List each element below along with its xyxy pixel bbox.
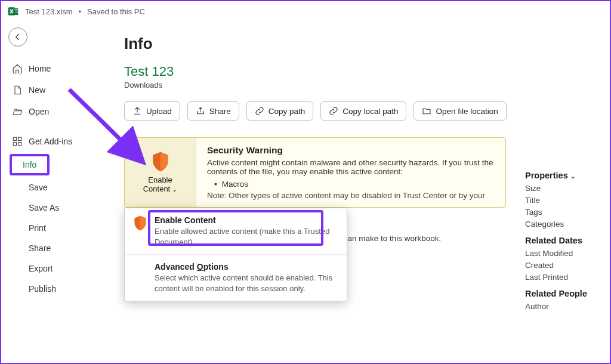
link-icon bbox=[329, 106, 338, 116]
nav-open[interactable]: Open bbox=[6, 101, 93, 122]
copy-path-button[interactable]: Copy path bbox=[246, 101, 314, 121]
arrow-left-icon bbox=[13, 32, 23, 42]
properties-panel: Properties Size Title Tags Categories Re… bbox=[525, 171, 597, 314]
filename-label: Test 123.xlsm bbox=[25, 7, 72, 16]
prop-last-modified: Last Modified bbox=[525, 249, 597, 258]
prop-categories[interactable]: Categories bbox=[525, 220, 597, 229]
related-people-heading: Related People bbox=[525, 289, 597, 298]
related-dates-heading: Related Dates bbox=[525, 236, 597, 245]
security-note: Note: Other types of active content may … bbox=[207, 191, 496, 200]
prop-created: Created bbox=[525, 261, 597, 270]
chevron-down-icon: ⌄ bbox=[170, 186, 177, 193]
backstage-sidebar: Home New Open Get Add-ins Info Save Save… bbox=[1, 21, 98, 363]
popup-advanced-title: Advanced Options bbox=[155, 262, 338, 272]
svg-rect-6 bbox=[13, 143, 16, 146]
nav-home[interactable]: Home bbox=[6, 58, 93, 79]
page-title: Info bbox=[124, 35, 593, 53]
share-button[interactable]: Share bbox=[187, 101, 239, 121]
security-warning-box: Enable Content ⌄ Security Warning Active… bbox=[124, 137, 506, 208]
open-file-location-button[interactable]: Open file location bbox=[413, 101, 506, 121]
security-item-macros: Macros bbox=[214, 180, 496, 189]
upload-button[interactable]: Upload bbox=[124, 101, 180, 121]
nav-save-as[interactable]: Save As bbox=[6, 198, 93, 217]
copy-local-path-button[interactable]: Copy local path bbox=[320, 101, 406, 121]
nav-print[interactable]: Print bbox=[6, 218, 93, 237]
svg-rect-4 bbox=[13, 137, 16, 140]
enable-content-dropdown: Enable Content Enable allowed active con… bbox=[124, 208, 347, 301]
prop-last-printed: Last Printed bbox=[525, 273, 597, 282]
popup-enable-title: Enable Content bbox=[155, 215, 338, 225]
enable-content-button[interactable]: Enable Content ⌄ bbox=[125, 138, 196, 207]
svg-rect-1 bbox=[14, 8, 18, 10]
folder-icon bbox=[422, 106, 431, 116]
shield-icon bbox=[133, 215, 147, 247]
title-bar: Test 123.xlsm • Saved to this PC bbox=[1, 1, 610, 21]
home-icon bbox=[12, 63, 23, 74]
file-title: Test 123 bbox=[124, 64, 593, 79]
nav-get-addins[interactable]: Get Add-ins bbox=[6, 131, 93, 152]
link-icon bbox=[255, 106, 264, 116]
prop-title[interactable]: Title bbox=[525, 196, 597, 205]
popup-advanced-options[interactable]: Advanced Options Select which active con… bbox=[125, 254, 347, 301]
svg-rect-5 bbox=[18, 137, 21, 140]
prop-author: Author bbox=[525, 302, 597, 311]
upload-icon bbox=[132, 106, 142, 116]
svg-rect-7 bbox=[18, 143, 21, 146]
security-warning-heading: Security Warning bbox=[207, 145, 496, 156]
shield-icon bbox=[152, 152, 169, 172]
excel-logo-icon bbox=[7, 5, 19, 17]
nav-save[interactable]: Save bbox=[6, 178, 93, 197]
file-path: Downloads bbox=[124, 81, 593, 90]
folder-open-icon bbox=[12, 106, 23, 117]
back-button[interactable] bbox=[8, 27, 27, 47]
save-status-label: Saved to this PC bbox=[87, 7, 145, 16]
svg-rect-2 bbox=[14, 10, 18, 12]
popup-enable-content[interactable]: Enable Content Enable allowed active con… bbox=[125, 208, 347, 254]
nav-share[interactable]: Share bbox=[6, 239, 93, 258]
nav-export[interactable]: Export bbox=[6, 259, 93, 278]
popup-advanced-desc: Select which active content should be en… bbox=[155, 273, 338, 294]
nav-publish[interactable]: Publish bbox=[6, 279, 93, 298]
main-panel: Info Test 123 Downloads Upload Share Cop… bbox=[98, 21, 610, 363]
addins-icon bbox=[12, 136, 23, 147]
file-actions-row: Upload Share Copy path Copy local path O… bbox=[124, 101, 593, 121]
prop-size: Size bbox=[525, 184, 597, 193]
svg-rect-3 bbox=[14, 13, 18, 15]
nav-new[interactable]: New bbox=[6, 80, 93, 100]
prop-tags[interactable]: Tags bbox=[525, 208, 597, 217]
popup-enable-desc: Enable allowed active content (make this… bbox=[155, 226, 338, 247]
share-icon bbox=[196, 106, 205, 116]
nav-info[interactable]: Info bbox=[10, 154, 50, 175]
new-file-icon bbox=[12, 85, 23, 95]
security-warning-desc: Active content might contain malware and… bbox=[207, 158, 496, 176]
properties-heading[interactable]: Properties bbox=[525, 171, 597, 180]
